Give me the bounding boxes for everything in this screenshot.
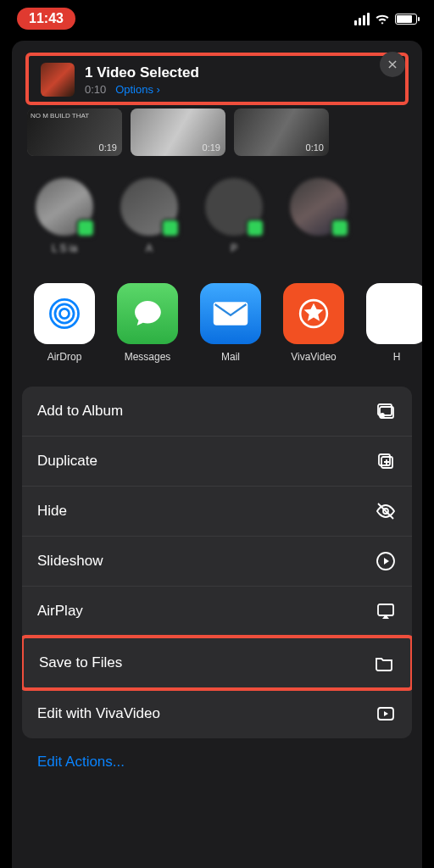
svg-point-1 bbox=[55, 304, 74, 323]
action-duplicate[interactable]: Duplicate bbox=[22, 437, 412, 487]
share-sheet: 1 Video Selected 0:10 Options › NO M BUI… bbox=[12, 41, 422, 868]
action-hide[interactable]: Hide bbox=[22, 487, 412, 537]
contact-item[interactable] bbox=[288, 178, 349, 254]
action-add-album[interactable]: Add to Album bbox=[22, 387, 412, 437]
avatar bbox=[290, 178, 348, 236]
app-mail[interactable]: Mail bbox=[200, 283, 261, 363]
selection-duration: 0:10 bbox=[85, 83, 106, 96]
play-circle-icon bbox=[375, 550, 397, 572]
close-button[interactable] bbox=[380, 52, 405, 77]
svg-rect-9 bbox=[379, 454, 390, 465]
contacts-row: L S ia A P bbox=[12, 163, 422, 261]
app-airdrop[interactable]: AirDrop bbox=[34, 283, 95, 363]
duplicate-icon bbox=[375, 450, 397, 472]
avatar bbox=[36, 178, 93, 236]
status-bar: 11:43 bbox=[0, 0, 434, 34]
wifi-icon bbox=[375, 13, 390, 25]
video-thumbnail-row: NO M BUILD THAT 0:19 0:19 0:10 bbox=[12, 105, 422, 163]
app-messages[interactable]: Messages bbox=[117, 283, 178, 363]
action-slideshow[interactable]: Slideshow bbox=[22, 537, 412, 587]
hide-icon bbox=[375, 500, 397, 522]
airplay-icon bbox=[375, 600, 397, 622]
selection-header: 1 Video Selected 0:10 Options › bbox=[25, 53, 409, 105]
vivavideo-icon bbox=[283, 283, 344, 344]
video-thumb[interactable]: NO M BUILD THAT 0:19 bbox=[27, 108, 122, 156]
airdrop-icon bbox=[34, 283, 95, 344]
svg-point-0 bbox=[59, 309, 69, 318]
video-thumb[interactable]: 0:19 bbox=[131, 108, 225, 156]
video-duration: 0:19 bbox=[203, 142, 220, 153]
avatar bbox=[205, 178, 263, 236]
time-indicator: 11:43 bbox=[17, 8, 75, 30]
contact-item[interactable]: L S ia bbox=[34, 178, 95, 254]
messages-badge-icon bbox=[331, 219, 349, 237]
battery-icon bbox=[395, 14, 417, 25]
svg-rect-3 bbox=[214, 302, 248, 326]
status-icons bbox=[354, 13, 417, 25]
actions-panel: Add to Album Duplicate Hide Slideshow Ai… bbox=[22, 387, 412, 738]
messages-icon bbox=[117, 283, 178, 344]
video-thumb[interactable]: 0:10 bbox=[234, 108, 329, 156]
options-link[interactable]: Options › bbox=[115, 83, 160, 96]
app-icon bbox=[366, 283, 422, 344]
apps-row: AirDrop Messages Mail VivaVideo H bbox=[12, 261, 422, 370]
contact-item[interactable]: P bbox=[203, 178, 264, 254]
messages-badge-icon bbox=[76, 219, 95, 237]
video-duration: 0:19 bbox=[99, 142, 117, 153]
edit-actions-link[interactable]: Edit Actions... bbox=[12, 738, 422, 786]
video-duration: 0:10 bbox=[306, 142, 324, 153]
vivavideo-action-icon bbox=[375, 703, 397, 725]
selection-title: 1 Video Selected bbox=[85, 64, 393, 81]
messages-badge-icon bbox=[161, 219, 180, 237]
cellular-icon bbox=[354, 13, 370, 25]
avatar bbox=[120, 178, 178, 236]
action-edit-vivavideo[interactable]: Edit with VivaVideo bbox=[22, 689, 412, 738]
folder-icon bbox=[373, 652, 395, 674]
mail-icon bbox=[200, 283, 261, 344]
action-save-files[interactable]: Save to Files bbox=[22, 635, 412, 691]
messages-badge-icon bbox=[246, 219, 264, 237]
contact-item[interactable]: A bbox=[119, 178, 180, 254]
app-vivavideo[interactable]: VivaVideo bbox=[283, 283, 344, 363]
svg-rect-12 bbox=[378, 604, 393, 615]
album-icon bbox=[375, 400, 397, 422]
selected-thumbnail bbox=[41, 63, 75, 97]
action-airplay[interactable]: AirPlay bbox=[22, 587, 412, 637]
close-icon bbox=[387, 58, 398, 70]
app-extra[interactable]: H bbox=[366, 283, 422, 363]
